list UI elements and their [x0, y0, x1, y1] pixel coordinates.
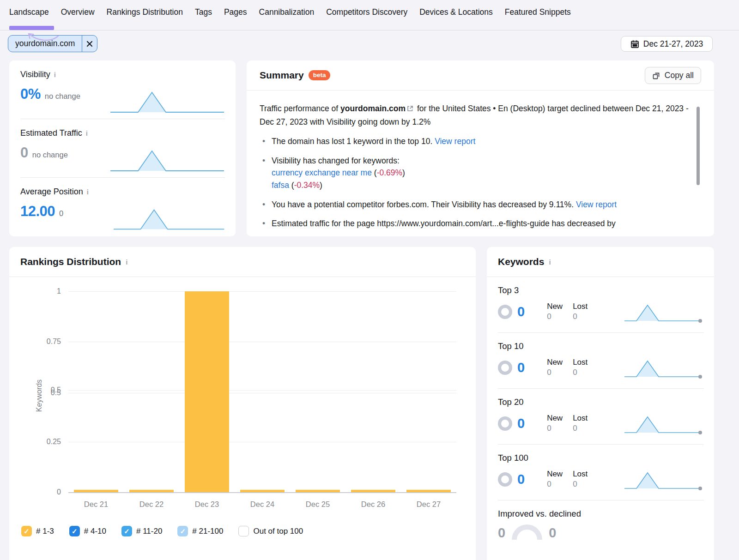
sparkline — [109, 88, 225, 115]
summary-intro: Traffic performance of yourdomain.com fo… — [260, 102, 693, 128]
sparkline — [109, 146, 225, 174]
info-icon[interactable]: i — [87, 188, 89, 195]
metric-value: 12.00 — [20, 203, 55, 220]
summary-domain: yourdomain.com — [340, 104, 406, 113]
calendar-icon — [630, 40, 639, 48]
summary-body: Traffic performance of yourdomain.com fo… — [247, 90, 714, 230]
donut-icon — [498, 472, 512, 487]
nav-divider — [0, 30, 739, 30]
copy-all-button[interactable]: Copy all — [645, 67, 701, 84]
keyword-link[interactable]: currency exchange near me — [272, 168, 372, 177]
keyword-link[interactable]: fafsa — [272, 181, 289, 190]
y-tick: 0 — [57, 488, 61, 496]
improved-vs-declined: Improved vs. declined 0 0 — [487, 500, 714, 541]
legend-item[interactable]: Out of top 100 — [238, 526, 303, 536]
metric-value: 0 — [20, 145, 28, 161]
donut-icon — [498, 416, 512, 431]
tab-pages[interactable]: Pages — [224, 7, 247, 17]
bar-chart-plot: 1 0.75 0.5 0.5 0.25 0 — [68, 291, 456, 492]
metric-value: 0% — [20, 86, 41, 102]
declined-value: 0 — [549, 525, 556, 541]
summary-bullet: Estimated traffic for the page https://w… — [260, 217, 693, 230]
keyword-change: -0.34% — [294, 181, 320, 190]
external-link-icon[interactable] — [406, 103, 414, 116]
rankings-distribution-card: Rankings Distribution i Keywords 1 0.75 … — [9, 247, 476, 560]
summary-card: Summary beta Copy all Traffic performanc… — [247, 60, 714, 236]
keywords-row-top3: Top 3 0 New0 Lost0 — [487, 277, 714, 333]
metric-label: Visibility — [20, 70, 50, 79]
chart-bar — [296, 490, 340, 492]
info-icon[interactable]: i — [549, 259, 551, 265]
legend-item[interactable]: # 4-10 — [69, 526, 106, 536]
view-report-link[interactable]: View report — [576, 200, 617, 209]
y-tick: 0.75 — [47, 337, 61, 346]
x-axis-line — [68, 492, 456, 493]
info-icon[interactable]: i — [86, 130, 88, 137]
legend-checkbox[interactable] — [69, 526, 80, 536]
x-tick: Dec 26 — [345, 500, 401, 509]
y-tick: 0.25 — [47, 438, 61, 446]
chart-bar — [351, 490, 395, 492]
metric-change: no change — [32, 151, 68, 159]
info-icon[interactable]: i — [126, 259, 127, 265]
scrollbar-thumb[interactable] — [697, 107, 700, 185]
x-tick: Dec 25 — [290, 500, 345, 509]
metric-estimated-traffic: Estimated Traffic i 0 no change — [9, 119, 236, 178]
legend-item[interactable]: # 1-3 — [21, 526, 54, 536]
tab-cannibalization[interactable]: Cannibalization — [259, 7, 315, 17]
x-axis-labels: Dec 21 Dec 22 Dec 23 Dec 24 Dec 25 Dec 2… — [68, 500, 456, 509]
keyword-change: -0.69% — [377, 168, 402, 177]
x-tick: Dec 21 — [68, 500, 124, 509]
rankings-distribution-title: Rankings Distribution — [20, 256, 121, 267]
close-icon[interactable] — [82, 36, 97, 52]
date-range-label: Dec 21-27, 2023 — [643, 39, 703, 49]
summary-bullet: The domain has lost 1 keyword in the top… — [260, 135, 693, 148]
sparkline-dot — [698, 375, 702, 379]
curved-arrow-icon — [24, 30, 61, 43]
tab-competitors-discovery[interactable]: Competitors Discovery — [326, 7, 407, 17]
tab-landscape[interactable]: Landscape — [9, 7, 49, 17]
sparkline — [113, 205, 225, 233]
metric-change: no change — [45, 92, 80, 101]
sparkline — [624, 356, 703, 380]
summary-bullet: Visibility has changed for keywords: cur… — [260, 155, 693, 192]
chart-bar — [185, 291, 229, 492]
legend-item[interactable]: # 21-100 — [177, 526, 223, 536]
sparkline-dot — [698, 431, 702, 434]
view-report-link[interactable]: View report — [435, 137, 475, 146]
sparkline — [624, 412, 703, 436]
y-tick: 0.5 — [51, 389, 61, 397]
summary-bullet: You have a potential competitor forbes.c… — [260, 199, 693, 211]
metrics-card: Visibility i 0% no change Estimated Traf… — [9, 60, 236, 236]
x-tick: Dec 27 — [401, 500, 456, 509]
metric-change: 0 — [59, 209, 63, 218]
keywords-row-top100: Top 100 0 New0 Lost0 — [487, 445, 714, 500]
top-nav: Landscape Overview Rankings Distribution… — [9, 7, 571, 17]
legend-checkbox[interactable] — [177, 526, 188, 536]
legend-item[interactable]: # 11-20 — [121, 526, 162, 536]
gauge-arc-icon — [512, 524, 542, 540]
tab-rankings-distribution[interactable]: Rankings Distribution — [107, 7, 183, 17]
legend-checkbox[interactable] — [121, 526, 132, 536]
tab-overview[interactable]: Overview — [61, 7, 95, 17]
chart-bar — [240, 490, 285, 492]
sparkline — [624, 468, 703, 492]
tab-devices-locations[interactable]: Devices & Locations — [419, 7, 493, 17]
keywords-card: Keywords i Top 3 0 New0 Lost0 Top 10 0 N… — [487, 247, 714, 560]
sparkline — [624, 301, 703, 325]
keywords-title: Keywords — [498, 256, 544, 267]
tab-tags[interactable]: Tags — [195, 7, 212, 17]
legend-checkbox[interactable] — [238, 526, 249, 536]
sparkline-dot — [698, 319, 702, 323]
metric-label: Average Position — [20, 187, 83, 197]
legend-checkbox[interactable] — [21, 526, 32, 536]
date-range-picker[interactable]: Dec 21-27, 2023 — [621, 36, 713, 52]
chart-bar — [406, 490, 451, 492]
info-icon[interactable]: i — [54, 71, 56, 78]
sparkline-dot — [698, 487, 702, 490]
x-tick: Dec 23 — [179, 500, 235, 509]
copy-all-label: Copy all — [665, 71, 694, 80]
donut-icon — [498, 361, 512, 375]
tab-featured-snippets[interactable]: Featured Snippets — [505, 7, 571, 17]
y-tick: 1 — [57, 287, 61, 295]
